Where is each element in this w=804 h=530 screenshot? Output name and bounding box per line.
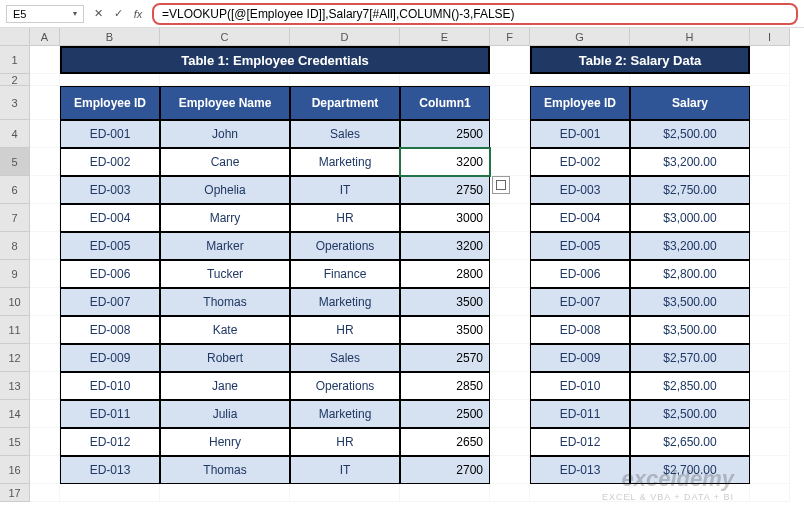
table-row[interactable]: 2570 bbox=[400, 344, 490, 372]
table-row[interactable]: 3000 bbox=[400, 204, 490, 232]
table-row[interactable]: Ophelia bbox=[160, 176, 290, 204]
table-row[interactable]: Thomas bbox=[160, 288, 290, 316]
table-row[interactable]: HR bbox=[290, 204, 400, 232]
col-header-C[interactable]: C bbox=[160, 28, 290, 46]
cell-I8[interactable] bbox=[750, 232, 790, 260]
enter-icon[interactable]: ✓ bbox=[110, 6, 126, 22]
cell-A6[interactable] bbox=[30, 176, 60, 204]
cell-F7[interactable] bbox=[490, 204, 530, 232]
table-row[interactable]: Operations bbox=[290, 232, 400, 260]
table-row[interactable]: $3,500.00 bbox=[630, 288, 750, 316]
table-row[interactable]: ED-001 bbox=[530, 120, 630, 148]
cell-r17[interactable] bbox=[530, 484, 630, 502]
table-row[interactable]: 3500 bbox=[400, 288, 490, 316]
table-row[interactable]: 3500 bbox=[400, 316, 490, 344]
cell-I3[interactable] bbox=[750, 86, 790, 120]
cell-A1[interactable] bbox=[30, 46, 60, 74]
table-row[interactable]: $3,000.00 bbox=[630, 204, 750, 232]
table-row[interactable]: $2,700.00 bbox=[630, 456, 750, 484]
table-row[interactable]: ED-013 bbox=[60, 456, 160, 484]
cell-I5[interactable] bbox=[750, 148, 790, 176]
table1-header-3[interactable]: Column1 bbox=[400, 86, 490, 120]
table-row[interactable]: ED-001 bbox=[60, 120, 160, 148]
table-row[interactable]: 2650 bbox=[400, 428, 490, 456]
cell-A13[interactable] bbox=[30, 372, 60, 400]
cell-A8[interactable] bbox=[30, 232, 60, 260]
cell-F14[interactable] bbox=[490, 400, 530, 428]
table-row[interactable]: ED-013 bbox=[530, 456, 630, 484]
table-row[interactable]: ED-003 bbox=[530, 176, 630, 204]
col-header-F[interactable]: F bbox=[490, 28, 530, 46]
table-row[interactable]: 2500 bbox=[400, 400, 490, 428]
col-header-G[interactable]: G bbox=[530, 28, 630, 46]
table-row[interactable]: $2,750.00 bbox=[630, 176, 750, 204]
table-row[interactable]: $3,200.00 bbox=[630, 148, 750, 176]
table-row[interactable]: ED-007 bbox=[530, 288, 630, 316]
table-row[interactable]: $2,570.00 bbox=[630, 344, 750, 372]
cell-F3[interactable] bbox=[490, 86, 530, 120]
cell-I1[interactable] bbox=[750, 46, 790, 74]
cell-r2[interactable] bbox=[530, 74, 630, 86]
cell-I14[interactable] bbox=[750, 400, 790, 428]
row-header-4[interactable]: 4 bbox=[0, 120, 30, 148]
cell-r2[interactable] bbox=[30, 74, 60, 86]
table-row[interactable]: 3200 bbox=[400, 232, 490, 260]
cell-F11[interactable] bbox=[490, 316, 530, 344]
table-row[interactable]: ED-010 bbox=[60, 372, 160, 400]
table1-header-1[interactable]: Employee Name bbox=[160, 86, 290, 120]
table-row[interactable]: $2,650.00 bbox=[630, 428, 750, 456]
table-row[interactable]: ED-006 bbox=[530, 260, 630, 288]
cell-A10[interactable] bbox=[30, 288, 60, 316]
table-row[interactable]: ED-008 bbox=[530, 316, 630, 344]
row-header-17[interactable]: 17 bbox=[0, 484, 30, 502]
table-row[interactable]: $2,800.00 bbox=[630, 260, 750, 288]
cell-I6[interactable] bbox=[750, 176, 790, 204]
table-row[interactable]: ED-005 bbox=[530, 232, 630, 260]
row-header-13[interactable]: 13 bbox=[0, 372, 30, 400]
row-header-1[interactable]: 1 bbox=[0, 46, 30, 74]
table-row[interactable]: Marketing bbox=[290, 288, 400, 316]
table-row[interactable]: HR bbox=[290, 316, 400, 344]
table-row[interactable]: $3,500.00 bbox=[630, 316, 750, 344]
autofill-options-icon[interactable] bbox=[492, 176, 510, 194]
spreadsheet-grid[interactable]: ABCDEFGHI1Table 1: Employee CredentialsT… bbox=[0, 28, 804, 502]
table2-header-0[interactable]: Employee ID bbox=[530, 86, 630, 120]
row-header-16[interactable]: 16 bbox=[0, 456, 30, 484]
cell-I4[interactable] bbox=[750, 120, 790, 148]
name-box[interactable]: E5 ▾ bbox=[6, 5, 84, 23]
table1-header-0[interactable]: Employee ID bbox=[60, 86, 160, 120]
table-row[interactable]: ED-011 bbox=[530, 400, 630, 428]
row-header-7[interactable]: 7 bbox=[0, 204, 30, 232]
table-row[interactable]: ED-002 bbox=[60, 148, 160, 176]
row-header-8[interactable]: 8 bbox=[0, 232, 30, 260]
table-row[interactable]: Finance bbox=[290, 260, 400, 288]
cell-F1[interactable] bbox=[490, 46, 530, 74]
cell-A12[interactable] bbox=[30, 344, 60, 372]
cell-r2[interactable] bbox=[290, 74, 400, 86]
row-header-9[interactable]: 9 bbox=[0, 260, 30, 288]
table-row[interactable]: John bbox=[160, 120, 290, 148]
table-row[interactable]: 2800 bbox=[400, 260, 490, 288]
cell-F10[interactable] bbox=[490, 288, 530, 316]
table2-header-1[interactable]: Salary bbox=[630, 86, 750, 120]
table-row[interactable]: ED-005 bbox=[60, 232, 160, 260]
table-row[interactable]: 2750 bbox=[400, 176, 490, 204]
cell-A5[interactable] bbox=[30, 148, 60, 176]
table-row[interactable]: ED-012 bbox=[60, 428, 160, 456]
cancel-icon[interactable]: ✕ bbox=[90, 6, 106, 22]
cell-A4[interactable] bbox=[30, 120, 60, 148]
cell-r2[interactable] bbox=[60, 74, 160, 86]
cell-A16[interactable] bbox=[30, 456, 60, 484]
table-row[interactable]: ED-011 bbox=[60, 400, 160, 428]
table-row[interactable]: Henry bbox=[160, 428, 290, 456]
cell-A7[interactable] bbox=[30, 204, 60, 232]
row-header-2[interactable]: 2 bbox=[0, 74, 30, 86]
row-header-15[interactable]: 15 bbox=[0, 428, 30, 456]
table-row[interactable]: ED-004 bbox=[60, 204, 160, 232]
cell-I11[interactable] bbox=[750, 316, 790, 344]
table1-header-2[interactable]: Department bbox=[290, 86, 400, 120]
table-row[interactable]: Julia bbox=[160, 400, 290, 428]
table-row[interactable]: $2,500.00 bbox=[630, 400, 750, 428]
table-row[interactable]: Robert bbox=[160, 344, 290, 372]
chevron-down-icon[interactable]: ▾ bbox=[73, 9, 77, 18]
